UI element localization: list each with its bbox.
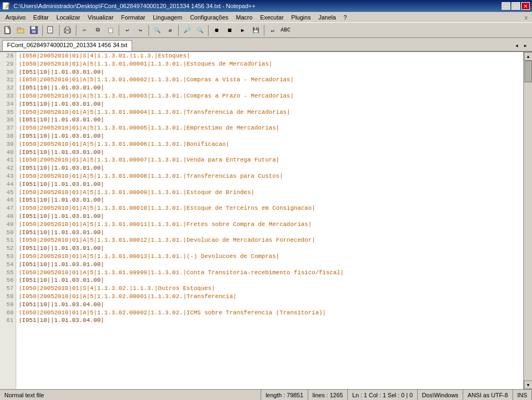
menu-configuracoes[interactable]: Configurações bbox=[187, 14, 232, 21]
code-line: |I050|20052010|01|A|5|1.1.3.01.00009|1.1… bbox=[18, 189, 523, 197]
svg-rect-5 bbox=[32, 30, 36, 33]
line-number: 44 bbox=[2, 180, 14, 189]
tabbar: FCont_06284974000120_201334 1456 34.txt … bbox=[0, 38, 532, 52]
menu-editar[interactable]: Editar bbox=[30, 14, 52, 21]
code-line: |I050|20052010|01|A|5|1.1.3.01.00001|1.1… bbox=[18, 60, 523, 68]
line-number: 45 bbox=[2, 189, 14, 197]
code-line: |I050|20052010|01|S|4|1.1.3.01.|1.1.3.|E… bbox=[18, 52, 523, 60]
line-number: 43 bbox=[2, 172, 14, 180]
code-line: |I050|20052010|01|A|5|1.1.3.01.00003|1.1… bbox=[18, 92, 523, 100]
line-numbers: 2829303132333435363738394041424344454647… bbox=[0, 52, 16, 389]
line-number: 51 bbox=[2, 236, 14, 244]
line-number: 46 bbox=[2, 196, 14, 204]
tab-scroll-right[interactable]: ► bbox=[521, 40, 530, 51]
scroll-thumb[interactable] bbox=[524, 61, 532, 82]
statusbar: Normal text file length : 79851 lines : … bbox=[0, 389, 532, 400]
spellcheck-button[interactable]: ABC bbox=[280, 24, 291, 36]
code-line: |I050|20052010|01|A|5|1.1.3.01.00002|1.1… bbox=[18, 76, 523, 84]
code-line: |I050|20052010|01|A|5|1.1.3.01.00004|1.1… bbox=[18, 108, 523, 117]
code-line: |I050|20052010|01|A|5|1.1.3.01.00010|1.1… bbox=[18, 204, 523, 212]
save-button[interactable] bbox=[28, 24, 40, 36]
status-position: Ln : 1 Col : 1 Sel : 0 | 0 bbox=[348, 390, 418, 400]
line-number: 39 bbox=[2, 140, 14, 149]
menu-plugins[interactable]: Plugins bbox=[288, 14, 314, 21]
menu-macro[interactable]: Macro bbox=[233, 14, 256, 21]
toolbar-separator-3 bbox=[76, 25, 76, 36]
code-line: |I050|20052010|01|A|5|1.1.3.01.00012|1.1… bbox=[18, 236, 523, 244]
menu-arquivo[interactable]: Arquivo bbox=[2, 14, 29, 21]
code-line: |I051|10||1.01.03.01.00| bbox=[18, 164, 523, 172]
menu-formatar[interactable]: Formatar bbox=[118, 14, 149, 21]
status-encoding-dos: Dos\Windows bbox=[418, 390, 463, 400]
line-number: 61 bbox=[2, 317, 14, 325]
app-icon: 📝 bbox=[2, 2, 10, 10]
close-button[interactable]: ✕ bbox=[521, 2, 530, 10]
macro-record-button[interactable]: ⏺ bbox=[211, 24, 223, 36]
scroll-down-arrow[interactable]: ▼ bbox=[524, 380, 532, 389]
cut-button[interactable]: ✂ bbox=[79, 24, 90, 36]
menu-linguagem[interactable]: Linguagem bbox=[150, 14, 185, 21]
line-number: 33 bbox=[2, 92, 14, 100]
code-line: |I051|10||1.01.03.01.00| bbox=[18, 180, 523, 189]
toolbar-separator-1 bbox=[42, 25, 43, 36]
line-number: 58 bbox=[2, 293, 14, 301]
code-line: |I050|20052010|01|A|5|1.1.3.01.00008|1.1… bbox=[18, 172, 523, 180]
code-line: |I051|10||1.01.03.01.00| bbox=[18, 196, 523, 204]
macro-save-button[interactable]: 💾 bbox=[250, 24, 262, 36]
minimize-button[interactable]: ─ bbox=[502, 2, 510, 10]
macro-play-button[interactable]: ▶ bbox=[237, 24, 249, 36]
tab-scroll-left[interactable]: ◄ bbox=[512, 40, 521, 51]
status-lines: lines : 1265 bbox=[308, 390, 348, 400]
status-ins: INS bbox=[513, 390, 532, 400]
toolbar-separator-6 bbox=[178, 25, 179, 36]
maximize-button[interactable]: □ bbox=[511, 2, 520, 10]
code-line: |I050|20052010|01|A|5|1.1.3.01.00013|1.1… bbox=[18, 253, 523, 261]
menu-help[interactable]: ? bbox=[340, 14, 350, 21]
word-wrap-button[interactable]: ↵ bbox=[267, 24, 278, 36]
zoom-in-button[interactable]: 🔎 bbox=[181, 24, 193, 36]
print-button[interactable] bbox=[62, 24, 74, 36]
new-button[interactable] bbox=[2, 24, 14, 36]
replace-button[interactable]: ⇄ bbox=[164, 24, 176, 36]
toolbar-separator-5 bbox=[148, 25, 149, 36]
line-number: 36 bbox=[2, 116, 14, 124]
tab-label: FCont_06284974000120_201334 1456 34.txt bbox=[7, 42, 127, 48]
line-number: 40 bbox=[2, 149, 14, 157]
line-number: 49 bbox=[2, 221, 14, 229]
menubar: Arquivo Editar Localizar Visualizar Form… bbox=[0, 12, 532, 23]
vertical-scrollbar[interactable]: ▲ ▼ bbox=[523, 52, 532, 389]
menu-janela[interactable]: Janela bbox=[315, 14, 339, 21]
scroll-up-arrow[interactable]: ▲ bbox=[524, 52, 532, 61]
code-line: |I051|10||1.01.03.01.00| bbox=[18, 149, 523, 157]
code-line: |I051|10||1.01.03.01.00| bbox=[18, 212, 523, 221]
close-file-button[interactable] bbox=[45, 24, 57, 36]
paste-button[interactable]: 📋 bbox=[105, 24, 116, 36]
code-line: |I051|10||1.01.03.01.00| bbox=[18, 244, 523, 253]
copy-button[interactable]: ⧉ bbox=[92, 24, 103, 36]
code-line: |I051|10||1.01.03.01.00| bbox=[18, 84, 523, 92]
code-line: |I051|10||1.01.03.01.00| bbox=[18, 68, 523, 76]
menu-visualizar[interactable]: Visualizar bbox=[85, 14, 117, 21]
code-line: |I050|20052010|01|A|5|1.1.3.01.00007|1.1… bbox=[18, 156, 523, 164]
open-button[interactable] bbox=[15, 24, 27, 36]
line-number: 32 bbox=[2, 84, 14, 92]
close-x-label: x bbox=[525, 14, 530, 21]
line-number: 59 bbox=[2, 301, 14, 309]
zoom-out-button[interactable]: 🔍 bbox=[194, 24, 206, 36]
redo-button[interactable]: ↪ bbox=[134, 24, 146, 36]
scroll-track[interactable] bbox=[524, 61, 532, 380]
macro-stop-button[interactable]: ⏹ bbox=[224, 24, 236, 36]
line-number: 52 bbox=[2, 244, 14, 253]
undo-button[interactable]: ↩ bbox=[121, 24, 133, 36]
line-number: 29 bbox=[2, 60, 14, 68]
line-number: 56 bbox=[2, 276, 14, 285]
code-area[interactable]: |I050|20052010|01|S|4|1.1.3.01.|1.1.3.|E… bbox=[16, 52, 523, 389]
menu-executar[interactable]: Executar bbox=[257, 14, 287, 21]
find-button[interactable]: 🔍 bbox=[151, 24, 163, 36]
line-number: 55 bbox=[2, 269, 14, 277]
active-tab[interactable]: FCont_06284974000120_201334 1456 34.txt bbox=[2, 40, 132, 51]
menu-localizar[interactable]: Localizar bbox=[53, 14, 83, 21]
code-line: |I051|10||1.01.03.04.00| bbox=[18, 301, 523, 309]
toolbar-separator-7 bbox=[208, 25, 209, 36]
line-number: 57 bbox=[2, 285, 14, 293]
